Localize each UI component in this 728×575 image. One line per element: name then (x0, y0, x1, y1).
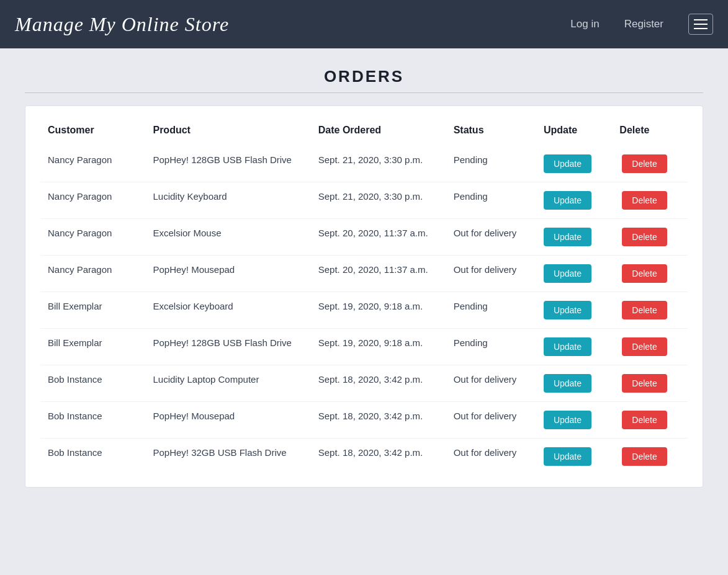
table-row: Nancy ParagonExcelsior MouseSept. 20, 20… (40, 219, 688, 256)
update-button[interactable]: Update (544, 447, 591, 466)
header-status: Status (446, 118, 536, 146)
cell-delete: Delete (612, 329, 688, 365)
cell-product: Excelsior Mouse (145, 219, 310, 256)
cell-delete: Delete (612, 182, 688, 219)
cell-date: Sept. 21, 2020, 3:30 p.m. (311, 182, 446, 219)
hamburger-line-2 (694, 24, 708, 25)
cell-product: PopHey! Mousepad (145, 256, 310, 292)
cell-customer: Bob Instance (40, 402, 145, 439)
cell-product: PopHey! 128GB USB Flash Drive (145, 329, 310, 365)
delete-button[interactable]: Delete (622, 228, 667, 246)
cell-delete: Delete (612, 365, 688, 402)
cell-date: Sept. 21, 2020, 3:30 p.m. (311, 146, 446, 182)
update-button[interactable]: Update (544, 374, 591, 393)
cell-date: Sept. 18, 2020, 3:42 p.m. (311, 402, 446, 439)
cell-customer: Bob Instance (40, 365, 145, 402)
main-content: ORDERS Customer Product Date Ordered Sta… (0, 48, 728, 506)
table-header-row: Customer Product Date Ordered Status Upd… (40, 118, 688, 146)
cell-update: Update (536, 329, 612, 365)
cell-delete: Delete (612, 146, 688, 182)
orders-table-card: Customer Product Date Ordered Status Upd… (25, 105, 703, 488)
cell-date: Sept. 18, 2020, 3:42 p.m. (311, 365, 446, 402)
cell-product: PopHey! 128GB USB Flash Drive (145, 146, 310, 182)
cell-status: Out for delivery (446, 365, 536, 402)
cell-status: Out for delivery (446, 402, 536, 439)
cell-status: Pending (446, 329, 536, 365)
cell-update: Update (536, 402, 612, 439)
cell-status: Pending (446, 292, 536, 329)
navbar: Manage My Online Store Log in Register (0, 0, 728, 48)
cell-update: Update (536, 146, 612, 182)
table-row: Bob InstancePopHey! 32GB USB Flash Drive… (40, 439, 688, 475)
cell-status: Out for delivery (446, 439, 536, 475)
update-button[interactable]: Update (544, 301, 591, 319)
cell-update: Update (536, 439, 612, 475)
cell-delete: Delete (612, 439, 688, 475)
cell-customer: Nancy Paragon (40, 146, 145, 182)
cell-status: Pending (446, 146, 536, 182)
update-button[interactable]: Update (544, 264, 591, 283)
delete-button[interactable]: Delete (622, 374, 667, 393)
cell-status: Out for delivery (446, 219, 536, 256)
cell-customer: Nancy Paragon (40, 256, 145, 292)
navbar-right: Log in Register (570, 14, 713, 35)
table-row: Bill ExemplarPopHey! 128GB USB Flash Dri… (40, 329, 688, 365)
cell-update: Update (536, 256, 612, 292)
cell-delete: Delete (612, 256, 688, 292)
header-product: Product (145, 118, 310, 146)
cell-product: PopHey! 32GB USB Flash Drive (145, 439, 310, 475)
cell-status: Out for delivery (446, 256, 536, 292)
table-row: Nancy ParagonPopHey! MousepadSept. 20, 2… (40, 256, 688, 292)
cell-customer: Bill Exemplar (40, 292, 145, 329)
delete-button[interactable]: Delete (622, 411, 667, 429)
hamburger-line-3 (694, 28, 708, 29)
header-update: Update (536, 118, 612, 146)
cell-product: PopHey! Mousepad (145, 402, 310, 439)
cell-date: Sept. 19, 2020, 9:18 a.m. (311, 329, 446, 365)
update-button[interactable]: Update (544, 337, 591, 356)
brand-logo: Manage My Online Store (15, 13, 229, 36)
cell-customer: Nancy Paragon (40, 182, 145, 219)
header-customer: Customer (40, 118, 145, 146)
cell-date: Sept. 20, 2020, 11:37 a.m. (311, 219, 446, 256)
table-row: Bob InstanceLucidity Laptop ComputerSept… (40, 365, 688, 402)
cell-delete: Delete (612, 402, 688, 439)
table-row: Bob InstancePopHey! MousepadSept. 18, 20… (40, 402, 688, 439)
table-body: Nancy ParagonPopHey! 128GB USB Flash Dri… (40, 146, 688, 475)
cell-update: Update (536, 292, 612, 329)
cell-product: Lucidity Laptop Computer (145, 365, 310, 402)
register-link[interactable]: Register (624, 18, 663, 30)
cell-update: Update (536, 219, 612, 256)
cell-date: Sept. 20, 2020, 11:37 a.m. (311, 256, 446, 292)
title-divider (25, 92, 703, 93)
cell-update: Update (536, 365, 612, 402)
delete-button[interactable]: Delete (622, 447, 667, 466)
delete-button[interactable]: Delete (622, 337, 667, 356)
cell-update: Update (536, 182, 612, 219)
cell-customer: Bob Instance (40, 439, 145, 475)
page-title: ORDERS (25, 67, 703, 86)
hamburger-line-1 (694, 19, 708, 20)
update-button[interactable]: Update (544, 154, 591, 173)
orders-table: Customer Product Date Ordered Status Upd… (40, 118, 688, 475)
cell-delete: Delete (612, 292, 688, 329)
cell-delete: Delete (612, 219, 688, 256)
delete-button[interactable]: Delete (622, 154, 667, 173)
login-link[interactable]: Log in (570, 18, 599, 30)
update-button[interactable]: Update (544, 228, 591, 246)
hamburger-menu-button[interactable] (688, 14, 713, 35)
update-button[interactable]: Update (544, 411, 591, 429)
header-date-ordered: Date Ordered (311, 118, 446, 146)
table-row: Nancy ParagonLucidity KeyboardSept. 21, … (40, 182, 688, 219)
cell-date: Sept. 18, 2020, 3:42 p.m. (311, 439, 446, 475)
delete-button[interactable]: Delete (622, 191, 667, 210)
delete-button[interactable]: Delete (622, 264, 667, 283)
table-row: Nancy ParagonPopHey! 128GB USB Flash Dri… (40, 146, 688, 182)
delete-button[interactable]: Delete (622, 301, 667, 319)
update-button[interactable]: Update (544, 191, 591, 210)
cell-product: Lucidity Keyboard (145, 182, 310, 219)
cell-status: Pending (446, 182, 536, 219)
cell-customer: Nancy Paragon (40, 219, 145, 256)
header-delete: Delete (612, 118, 688, 146)
cell-date: Sept. 19, 2020, 9:18 a.m. (311, 292, 446, 329)
